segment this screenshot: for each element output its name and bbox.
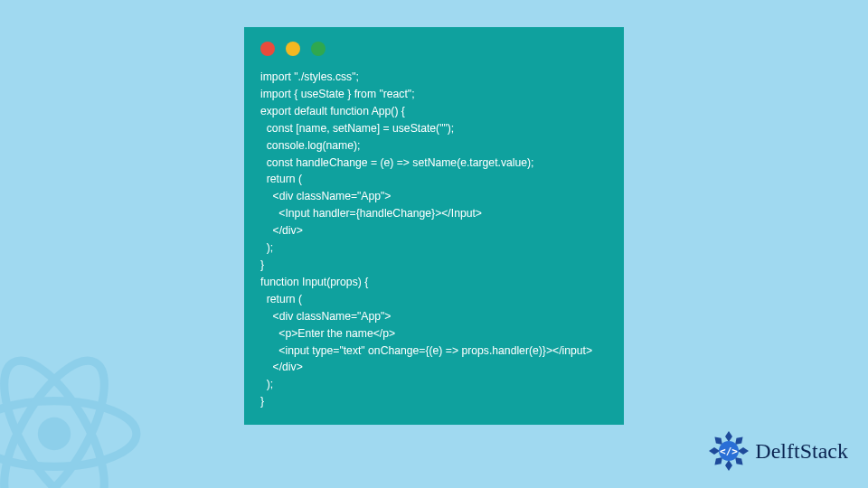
svg-marker-10 [709, 447, 720, 455]
brand-name: DelftStack [755, 439, 848, 464]
maximize-dot-icon [311, 42, 326, 56]
traffic-lights [260, 42, 608, 56]
svg-point-0 [38, 418, 71, 450]
svg-marker-8 [725, 460, 732, 471]
svg-marker-4 [725, 431, 732, 442]
brand-logo: </> DelftStack [706, 428, 848, 474]
svg-marker-6 [738, 447, 749, 455]
close-dot-icon [260, 42, 275, 56]
code-window: import "./styles.css"; import { useState… [244, 27, 624, 425]
svg-text:</>: </> [720, 446, 738, 457]
code-block: import "./styles.css"; import { useState… [260, 69, 608, 410]
react-bg-icon [0, 343, 145, 488]
minimize-dot-icon [286, 42, 300, 56]
brand-emblem-icon: </> [706, 428, 751, 474]
